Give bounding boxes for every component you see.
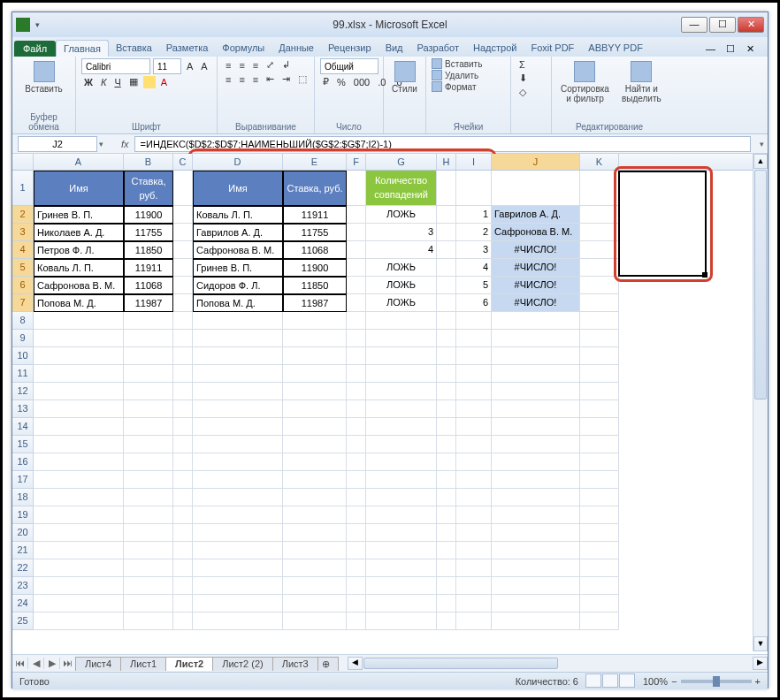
align-middle-icon[interactable]: ≡ [236, 59, 247, 72]
cell-K11[interactable] [580, 365, 619, 383]
cell-B19[interactable] [124, 506, 173, 524]
cell-J1[interactable] [492, 171, 580, 206]
shrink-font-icon[interactable]: A [198, 60, 210, 72]
fill-button[interactable]: ⬇ [516, 72, 530, 85]
cell-K8[interactable] [580, 312, 619, 330]
cell-E20[interactable] [283, 524, 347, 542]
formula-input[interactable] [134, 136, 751, 152]
format-cells-button[interactable]: Формат [432, 81, 505, 92]
zoom-in-button[interactable]: + [755, 676, 761, 687]
sheet-tab-Лист4[interactable]: Лист4 [75, 657, 121, 671]
cell-C12[interactable] [173, 383, 193, 400]
cell-A13[interactable] [34, 400, 124, 418]
cell-H20[interactable] [437, 524, 456, 542]
cell-J22[interactable] [492, 559, 580, 577]
cell-G19[interactable] [366, 506, 437, 524]
cell-E1[interactable]: Ставка, руб. [283, 171, 347, 206]
cell-F1[interactable] [347, 171, 366, 206]
cell-E19[interactable] [283, 506, 347, 524]
view-buttons[interactable] [585, 673, 636, 689]
cell-C15[interactable] [173, 436, 193, 453]
cell-B24[interactable] [124, 595, 173, 612]
cell-I22[interactable] [456, 559, 492, 577]
tab-вставка[interactable]: Вставка [109, 40, 159, 57]
cell-F8[interactable] [347, 312, 366, 330]
cell-J19[interactable] [492, 506, 580, 524]
cell-D9[interactable] [193, 330, 283, 347]
cell-G21[interactable] [366, 542, 437, 559]
cell-A16[interactable] [34, 453, 124, 471]
rowhead-2[interactable]: 2 [12, 206, 34, 224]
cell-E24[interactable] [283, 595, 347, 612]
cell-K25[interactable] [580, 612, 619, 630]
formula-expand-icon[interactable]: ▾ [756, 140, 768, 148]
tab-foxit pdf[interactable]: Foxit PDF [524, 40, 581, 57]
cell-J6[interactable]: #ЧИСЛО! [492, 277, 580, 294]
cell-D8[interactable] [193, 312, 283, 330]
cell-A17[interactable] [34, 471, 124, 489]
cell-C17[interactable] [173, 471, 193, 489]
cell-C20[interactable] [173, 524, 193, 542]
rowhead-18[interactable]: 18 [12, 489, 34, 506]
cell-B25[interactable] [124, 612, 173, 630]
cell-A7[interactable]: Попова М. Д. [34, 294, 124, 312]
cell-B5[interactable]: 11911 [124, 259, 173, 277]
cell-J13[interactable] [492, 400, 580, 418]
cell-K18[interactable] [580, 489, 619, 506]
cell-H19[interactable] [437, 506, 456, 524]
cell-J15[interactable] [492, 436, 580, 453]
cell-E23[interactable] [283, 577, 347, 595]
cell-K3[interactable] [580, 224, 619, 241]
qat-dropdown-icon[interactable]: ▾ [35, 20, 40, 29]
tab-рецензир[interactable]: Рецензир [321, 40, 379, 57]
tab-данные[interactable]: Данные [271, 40, 321, 57]
sheet-tab-Лист1[interactable]: Лист1 [120, 657, 166, 671]
rowhead-7[interactable]: 7 [12, 294, 34, 312]
cell-J3[interactable]: Сафронова В. М. [492, 224, 580, 241]
cell-G8[interactable] [366, 312, 437, 330]
colhead-A[interactable]: A [34, 154, 124, 170]
cell-B4[interactable]: 11850 [124, 241, 173, 259]
colhead-B[interactable]: B [124, 154, 173, 170]
cell-C13[interactable] [173, 400, 193, 418]
doc-close-button[interactable]: ✕ [746, 43, 766, 57]
cell-D12[interactable] [193, 383, 283, 400]
cell-J7[interactable]: #ЧИСЛО! [492, 294, 580, 312]
rowhead-10[interactable]: 10 [12, 347, 34, 365]
cell-F12[interactable] [347, 383, 366, 400]
cell-G3[interactable]: 3 [366, 224, 437, 241]
sheet-tab-Лист2[interactable]: Лист2 [165, 657, 213, 671]
cell-C24[interactable] [173, 595, 193, 612]
clear-button[interactable]: ◇ [516, 86, 529, 99]
cell-F3[interactable] [347, 224, 366, 241]
insert-cells-button[interactable]: Вставить [432, 58, 505, 69]
scroll-down-icon[interactable]: ▼ [753, 636, 768, 651]
cell-E6[interactable]: 11850 [283, 277, 347, 294]
cell-A3[interactable]: Николаев А. Д. [34, 224, 124, 241]
number-format-select[interactable] [320, 58, 379, 74]
cell-F18[interactable] [347, 489, 366, 506]
cell-B10[interactable] [124, 347, 173, 365]
cell-A20[interactable] [34, 524, 124, 542]
cell-E4[interactable]: 11068 [283, 241, 347, 259]
cell-A11[interactable] [34, 365, 124, 383]
cell-J24[interactable] [492, 595, 580, 612]
cell-K5[interactable] [580, 259, 619, 277]
tab-разработ[interactable]: Разработ [410, 40, 466, 57]
cell-F20[interactable] [347, 524, 366, 542]
cell-H14[interactable] [437, 418, 456, 436]
cell-C16[interactable] [173, 453, 193, 471]
cell-C8[interactable] [173, 312, 193, 330]
cell-E21[interactable] [283, 542, 347, 559]
cell-I6[interactable]: 5 [456, 277, 492, 294]
cell-H1[interactable] [437, 171, 456, 206]
orientation-icon[interactable]: ⤢ [264, 58, 277, 72]
colhead-E[interactable]: E [283, 154, 347, 170]
vertical-scrollbar[interactable]: ▲ ▼ [753, 154, 768, 651]
align-left-icon[interactable]: ≡ [223, 73, 233, 86]
cell-G10[interactable] [366, 347, 437, 365]
cell-G2[interactable]: ЛОЖЬ [366, 206, 437, 224]
cell-E9[interactable] [283, 330, 347, 347]
cell-D2[interactable]: Коваль Л. П. [193, 206, 283, 224]
tab-формулы[interactable]: Формулы [215, 40, 271, 57]
